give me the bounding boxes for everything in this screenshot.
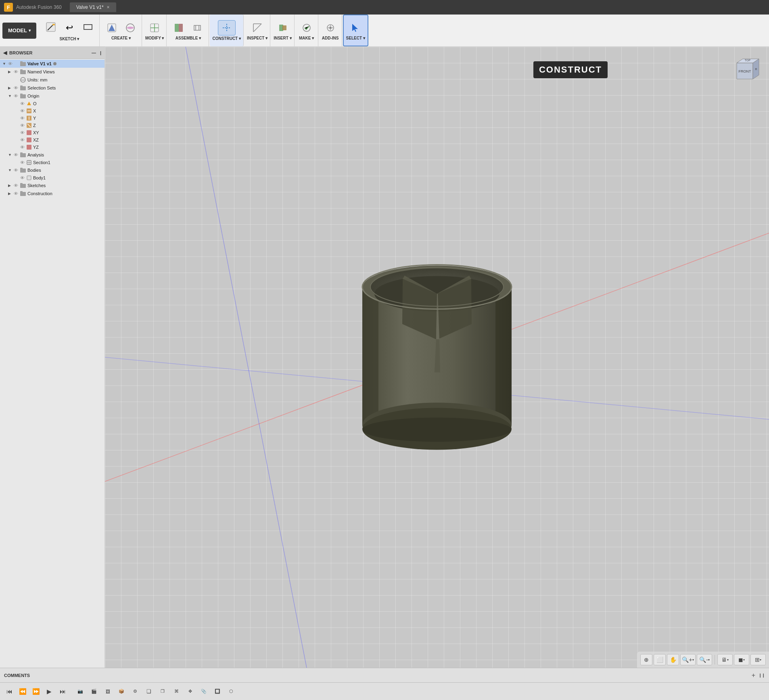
addins-btn[interactable] bbox=[322, 21, 339, 35]
expand-construction[interactable]: ▶ bbox=[8, 192, 14, 196]
comments-collapse-btn[interactable]: ❙❙ bbox=[759, 673, 765, 677]
make-btn[interactable] bbox=[298, 21, 316, 35]
timeline-op4[interactable]: 📦 bbox=[115, 685, 127, 698]
inspect-btn[interactable] bbox=[249, 21, 266, 35]
tree-item-sketches[interactable]: ▶ 👁 Sketches bbox=[0, 181, 104, 190]
vis-sketches[interactable]: 👁 bbox=[14, 183, 20, 188]
make-label[interactable]: MAKE ▾ bbox=[299, 36, 314, 40]
file-tab-close[interactable]: × bbox=[107, 4, 110, 10]
tree-item-origin-x[interactable]: 👁 X bbox=[0, 107, 104, 115]
timeline-op1[interactable]: 📷 bbox=[74, 685, 86, 698]
select-btn[interactable] bbox=[347, 21, 364, 35]
vp-render-btn[interactable]: ◼▾ bbox=[734, 654, 749, 665]
vis-root[interactable]: 👁 bbox=[8, 61, 15, 66]
timeline-prev-btn[interactable]: ⏪ bbox=[17, 685, 29, 698]
vp-move-btn[interactable]: ⊕ bbox=[640, 654, 652, 665]
tree-item-named-views[interactable]: ▶ 👁 Named Views bbox=[0, 68, 104, 76]
expand-analysis[interactable]: ▼ bbox=[8, 153, 14, 157]
modify-label[interactable]: MODIFY ▾ bbox=[145, 36, 164, 40]
vp-zoom-in-btn[interactable]: 🔍+▾ bbox=[680, 654, 696, 665]
model-button[interactable]: MODEL ▾ bbox=[2, 23, 36, 39]
sketch-btn[interactable] bbox=[42, 20, 60, 36]
assemble-btn2[interactable] bbox=[188, 21, 206, 35]
timeline-op5[interactable]: ⚙ bbox=[129, 685, 141, 698]
tree-item-bodies[interactable]: ▼ 👁 Bodies bbox=[0, 166, 104, 174]
vis-z[interactable]: 👁 bbox=[20, 123, 27, 128]
expand-sketches[interactable]: ▶ bbox=[8, 183, 14, 188]
tree-item-root[interactable]: ▼ 👁 Valve V1 v1 bbox=[0, 60, 104, 68]
sketch-label[interactable]: SKETCH ▾ bbox=[60, 37, 79, 41]
vp-grid-btn[interactable]: ⊞▾ bbox=[750, 654, 766, 665]
vis-y[interactable]: 👁 bbox=[20, 116, 27, 121]
browser-collapse-btn[interactable]: — bbox=[92, 50, 96, 55]
expand-root[interactable]: ▼ bbox=[2, 62, 8, 66]
timeline-op12[interactable]: ⬡ bbox=[225, 685, 237, 698]
timeline-next-btn[interactable]: ⏩ bbox=[30, 685, 42, 698]
tree-item-section1[interactable]: 👁 Section1 bbox=[0, 159, 104, 166]
insert-btn[interactable] bbox=[274, 21, 291, 35]
vis-analysis[interactable]: 👁 bbox=[14, 152, 20, 157]
timeline-op7[interactable]: ❐ bbox=[157, 685, 169, 698]
vis-body1[interactable]: 👁 bbox=[20, 175, 27, 180]
tree-item-origin[interactable]: ▼ 👁 Origin bbox=[0, 92, 104, 100]
timeline-op11[interactable]: 🔲 bbox=[211, 685, 224, 698]
vp-pan-btn[interactable]: ✋ bbox=[667, 654, 679, 665]
timeline-first-btn[interactable]: ⏮ bbox=[3, 685, 15, 698]
assemble-btn1[interactable] bbox=[170, 21, 188, 35]
select-label[interactable]: SELECT ▾ bbox=[346, 36, 365, 40]
browser-back-icon[interactable]: ◀ bbox=[3, 50, 7, 56]
timeline-op10[interactable]: 📎 bbox=[198, 685, 210, 698]
tree-item-origin-yz[interactable]: 👁 YZ bbox=[0, 144, 104, 151]
inspect-label[interactable]: INSPECT ▾ bbox=[247, 36, 267, 40]
expand-named-views[interactable]: ▶ bbox=[8, 70, 14, 74]
tree-item-origin-z[interactable]: 👁 Z bbox=[0, 122, 104, 129]
vis-named-views[interactable]: 👁 bbox=[14, 69, 20, 74]
tree-item-origin-xz[interactable]: 👁 XZ bbox=[0, 136, 104, 144]
vis-bodies[interactable]: 👁 bbox=[14, 168, 20, 173]
vis-yz[interactable]: 👁 bbox=[20, 145, 27, 150]
create-shape-btn[interactable] bbox=[103, 21, 121, 35]
timeline-op9[interactable]: ✥ bbox=[184, 685, 196, 698]
vis-o[interactable]: 👁 bbox=[20, 101, 27, 106]
timeline-op3[interactable]: 🖼 bbox=[102, 685, 114, 698]
tree-item-selection-sets[interactable]: ▶ 👁 Selection Sets bbox=[0, 84, 104, 92]
vp-display-btn[interactable]: 🖥▾ bbox=[717, 654, 733, 665]
tree-item-construction[interactable]: ▶ 👁 Construction bbox=[0, 190, 104, 198]
construct-label[interactable]: CONSTRUCT ▾ bbox=[212, 36, 241, 41]
expand-selection-sets[interactable]: ▶ bbox=[8, 86, 14, 90]
tree-item-units[interactable]: mm Units: mm bbox=[0, 76, 104, 84]
create-label[interactable]: CREATE ▾ bbox=[111, 36, 131, 40]
nav-cube[interactable]: FRONT R TOP bbox=[729, 55, 761, 87]
vp-zoom-out-btn[interactable]: 🔍-▾ bbox=[697, 654, 712, 665]
tree-item-origin-xy[interactable]: 👁 XY bbox=[0, 129, 104, 136]
timeline-op6[interactable]: ❏ bbox=[143, 685, 155, 698]
assemble-label[interactable]: ASSEMBLE ▾ bbox=[176, 36, 201, 40]
tree-item-body1[interactable]: 👁 Body1 bbox=[0, 174, 104, 181]
timeline-last-btn[interactable]: ⏭ bbox=[56, 685, 69, 698]
undo-btn[interactable]: ↩ bbox=[61, 20, 78, 36]
expand-origin[interactable]: ▼ bbox=[8, 94, 14, 98]
file-tab[interactable]: Valve V1 v1* × bbox=[70, 2, 116, 12]
timeline-op2[interactable]: 🎬 bbox=[88, 685, 100, 698]
vis-xy[interactable]: 👁 bbox=[20, 130, 27, 135]
tree-item-origin-y[interactable]: 👁 Y bbox=[0, 115, 104, 122]
create-sphere-btn[interactable] bbox=[121, 21, 139, 35]
vis-selection-sets[interactable]: 👁 bbox=[14, 85, 20, 90]
timeline-play-btn[interactable]: ▶ bbox=[43, 685, 55, 698]
vp-box-btn[interactable]: ⬜ bbox=[654, 654, 666, 665]
insert-label[interactable]: INSERT ▾ bbox=[274, 36, 291, 40]
modify-btn[interactable] bbox=[146, 21, 163, 35]
addins-label[interactable]: ADD-INS bbox=[322, 36, 339, 40]
vis-xz[interactable]: 👁 bbox=[20, 138, 27, 142]
expand-bodies[interactable]: ▼ bbox=[8, 168, 14, 172]
tree-item-analysis[interactable]: ▼ 👁 Analysis bbox=[0, 151, 104, 159]
rect-btn[interactable] bbox=[79, 20, 97, 36]
viewport[interactable]: CONSTRUCT FRONT R TOP ⊕ ⬜ ✋ 🔍+▾ 🔍-▾ 🖥▾ ◼… bbox=[105, 47, 769, 668]
browser-pin-btn[interactable]: | bbox=[100, 50, 101, 55]
vis-construction[interactable]: 👁 bbox=[14, 191, 20, 196]
construct-btn[interactable] bbox=[218, 20, 236, 35]
vis-section1[interactable]: 👁 bbox=[20, 160, 27, 165]
vis-origin[interactable]: 👁 bbox=[14, 94, 20, 98]
comments-add-btn[interactable]: + bbox=[752, 672, 755, 679]
tree-item-origin-o[interactable]: 👁 O bbox=[0, 100, 104, 107]
